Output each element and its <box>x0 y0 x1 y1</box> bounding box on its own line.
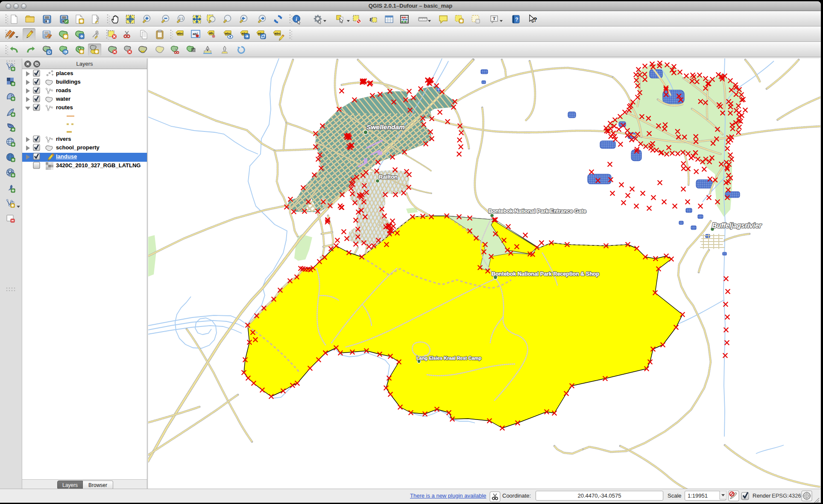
svg-text:abc: abc <box>177 32 183 35</box>
svg-text:Lang Elsies Kraal Rest Camp: Lang Elsies Kraal Rest Camp <box>416 355 482 361</box>
svg-text:Swellendam: Swellendam <box>366 123 405 131</box>
svg-text:Buffeljagsrivier: Buffeljagsrivier <box>712 222 762 229</box>
svg-text:?: ? <box>515 17 518 23</box>
svg-text:ab: ab <box>209 31 213 35</box>
svg-text:Bontebok National Park Entranc: Bontebok National Park Entrance Gate <box>488 208 586 214</box>
svg-text:1:1: 1:1 <box>179 17 183 20</box>
svg-text:T: T <box>493 16 496 21</box>
svg-text:abc: abc <box>275 32 281 35</box>
svg-text:Bontebok National Park Recepti: Bontebok National Park Reception & Shop <box>492 271 599 277</box>
svg-text:ε: ε <box>369 15 372 23</box>
svg-text:?: ? <box>533 16 537 23</box>
svg-text:Railton: Railton <box>379 174 398 180</box>
